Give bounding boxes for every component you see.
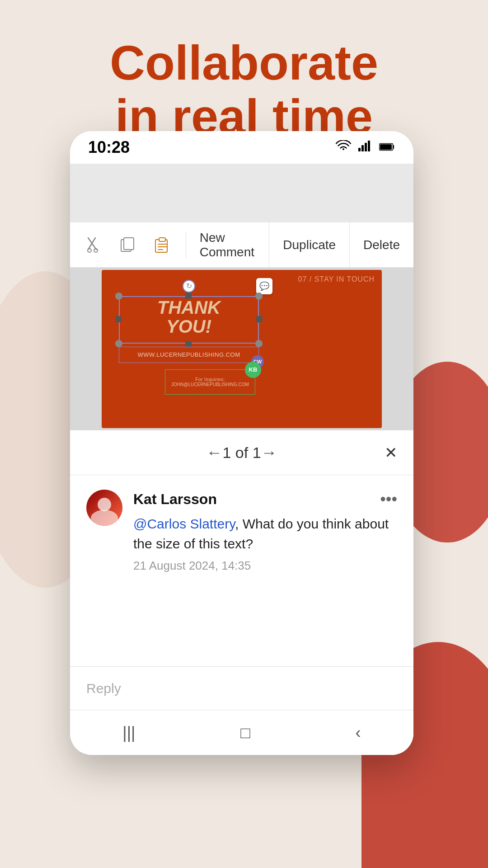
inquiry-element[interactable]: For Inquiries: JOHN@LUCERNEPUBLISHING.CO… <box>165 369 255 395</box>
back-icon[interactable]: ‹ <box>356 723 361 742</box>
svg-rect-1 <box>361 145 364 151</box>
paste-icon[interactable] <box>150 232 175 258</box>
delete-button[interactable]: Delete <box>350 222 413 267</box>
svg-rect-2 <box>365 143 367 151</box>
handle-tm[interactable] <box>185 292 192 299</box>
next-page-button[interactable]: → <box>261 443 277 462</box>
comment-header: Kat Larsson ••• @Carlos Slattery, What d… <box>86 490 397 573</box>
hero-line1: Collaborate <box>110 35 378 90</box>
comment-options-button[interactable]: ••• <box>380 490 397 509</box>
pagination-close-button[interactable]: ✕ <box>385 443 397 462</box>
thank-you-text: THANKYOU! <box>119 296 259 338</box>
duplicate-button[interactable]: Duplicate <box>269 222 350 267</box>
mention[interactable]: @Carlos Slattery <box>133 516 235 531</box>
handle-bm[interactable] <box>185 341 192 347</box>
svg-point-8 <box>88 249 91 252</box>
comment-content: Kat Larsson ••• @Carlos Slattery, What d… <box>133 490 397 573</box>
gray-top-area <box>70 164 413 222</box>
reply-area[interactable]: Reply <box>70 666 413 710</box>
handle-mr[interactable] <box>256 316 263 322</box>
pagination-bar: ← 1 of 1 → ✕ <box>70 430 413 475</box>
new-comment-button[interactable]: New Comment <box>186 222 270 267</box>
status-icons <box>336 140 395 155</box>
hero-heading: Collaborate in real time <box>0 36 488 144</box>
avatar-image <box>86 490 122 526</box>
prev-page-button[interactable]: ← <box>206 443 222 462</box>
menu-icon[interactable]: ||| <box>122 723 135 742</box>
status-time: 10:28 <box>88 138 130 157</box>
comment-top-row: Kat Larsson ••• <box>133 490 397 509</box>
handle-bl[interactable] <box>115 340 122 347</box>
status-bar: 10:28 <box>70 131 413 164</box>
handle-ml[interactable] <box>115 316 122 322</box>
home-icon[interactable]: □ <box>240 723 250 742</box>
pagination-text: 1 of 1 <box>222 444 261 462</box>
toolbar-icon-group <box>70 232 186 258</box>
comment-date: 21 August 2024, 14:35 <box>133 559 397 573</box>
page-separator: of <box>235 444 253 461</box>
rotate-handle[interactable]: ↻ <box>183 280 195 292</box>
commenter-name: Kat Larsson <box>133 491 217 508</box>
comment-bubble-icon: 💬 <box>256 278 272 294</box>
avatar <box>86 490 122 526</box>
current-page: 1 <box>222 444 231 461</box>
signal-icon <box>358 140 372 155</box>
reply-input[interactable]: Reply <box>86 681 121 696</box>
cut-icon[interactable] <box>81 232 106 258</box>
wifi-icon <box>336 140 351 155</box>
url-element[interactable]: WWW.LUCERNEPUBLISHING.COM CW <box>119 347 259 363</box>
url-text: WWW.LUCERNEPUBLISHING.COM <box>137 351 240 358</box>
inquiry-email: JOHN@LUCERNEPUBLISHING.COM <box>171 382 249 387</box>
kb-badge: KB <box>245 362 261 378</box>
handle-tl[interactable] <box>115 292 122 300</box>
copy-icon[interactable] <box>115 232 141 258</box>
svg-rect-3 <box>368 141 370 151</box>
comment-panel: Kat Larsson ••• @Carlos Slattery, What d… <box>70 475 413 666</box>
comment-text: @Carlos Slattery, What do you think abou… <box>133 514 397 553</box>
total-pages: 1 <box>253 444 261 461</box>
toolbar: New Comment Duplicate Delete <box>70 222 413 268</box>
slide: 07 / STAY IN TOUCH ↻ 💬 THANKYOU! WWW.LUC… <box>102 270 382 428</box>
bottom-nav: ||| □ ‹ <box>70 710 413 755</box>
slide-label: 07 / STAY IN TOUCH <box>298 275 375 283</box>
handle-tr[interactable] <box>255 292 263 300</box>
inquiry-label: For Inquiries: <box>195 377 225 382</box>
svg-rect-13 <box>159 238 165 241</box>
svg-rect-5 <box>380 144 392 150</box>
text-element[interactable]: ↻ 💬 THANKYOU! <box>119 296 259 344</box>
svg-rect-0 <box>358 148 361 151</box>
canvas-area: 07 / STAY IN TOUCH ↻ 💬 THANKYOU! WWW.LUC… <box>70 268 413 430</box>
battery-icon <box>379 140 395 155</box>
phone-mockup: 10:28 <box>70 131 413 755</box>
handle-br[interactable] <box>255 340 263 347</box>
svg-rect-11 <box>124 238 134 250</box>
